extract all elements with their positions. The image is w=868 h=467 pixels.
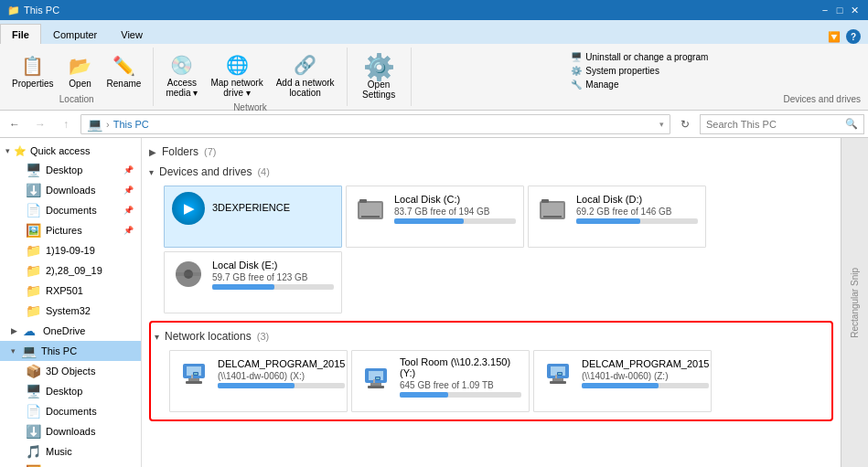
main-layout: ▾ ⭐ Quick access 🖥️ Desktop 📌 ⬇️ Downloa…	[0, 138, 868, 467]
rename-icon: ✏️	[111, 53, 136, 79]
network-count: (3)	[257, 331, 269, 342]
drive-c[interactable]: Local Disk (C:) 83.7 GB free of 194 GB	[346, 186, 524, 248]
help-icon[interactable]: ?	[846, 29, 861, 44]
tab-computer[interactable]: Computer	[41, 24, 109, 44]
svg-rect-21	[368, 386, 384, 388]
system32-label: System32	[46, 305, 134, 316]
network-item-x[interactable]: DELCAM_PROGRAM_2015 (\\1401-dw-0060) (X:…	[169, 350, 348, 412]
net-z-name: DELCAM_PROGRAM_2015	[582, 358, 709, 369]
address-path[interactable]: 💻 › This PC ▾	[80, 114, 670, 134]
this-pc-label: This PC	[41, 345, 134, 356]
desktop2-label: Desktop	[46, 386, 134, 397]
properties-button[interactable]: 📋 Properties	[7, 50, 59, 91]
path-dropdown-arrow[interactable]: ▾	[659, 120, 664, 129]
network-item-z[interactable]: DELCAM_PROGRAM_2015 (\\1401-dw-0060) (Z:…	[533, 350, 712, 412]
downloads-label: Downloads	[46, 185, 118, 196]
ribbon-group-network: 💿 Accessmedia ▾ 🌐 Map networkdrive ▾ 🔗 A…	[154, 48, 347, 106]
minimize-button[interactable]: −	[819, 4, 831, 16]
this-pc-arrow: ▾	[11, 346, 16, 356]
sidebar-item-documents2[interactable]: 📄 Documents	[18, 401, 141, 421]
devices-section-header[interactable]: ▾ Devices and drives (4)	[149, 162, 833, 182]
network-item-y[interactable]: Tool Room (\\10.2.3.150) (Y:) 645 GB fre…	[351, 350, 530, 412]
ribbon-group-location: 📋 Properties 📂 Open ✏️ Rename Location	[0, 48, 154, 106]
svg-rect-15	[191, 375, 193, 378]
devices-toggle-icon: ▾	[149, 167, 154, 177]
close-button[interactable]: ✕	[848, 4, 861, 16]
drive-e-name: Local Disk (E:)	[212, 260, 334, 271]
drive-3dx-icon: ▶	[172, 192, 205, 225]
drive-e[interactable]: Local Disk (E:) 59.7 GB free of 123 GB	[164, 251, 342, 313]
up-button[interactable]: ↑	[55, 113, 77, 135]
net-z-bar-fill	[582, 383, 659, 388]
system-buttons: 🖥️ Uninstall or change a program ⚙️ Syst…	[567, 49, 712, 92]
drive-e-bar-bg	[212, 284, 334, 290]
path-separator: ›	[106, 119, 110, 130]
search-box[interactable]: 🔍	[700, 114, 864, 134]
minimize-ribbon-icon[interactable]: 🔽	[828, 31, 841, 43]
sidebar-item-3d-objects[interactable]: 📦 3D Objects	[18, 361, 141, 381]
sidebar-item-onedrive[interactable]: ▶ ☁ OneDrive	[0, 321, 141, 341]
drive-3dx-name: 3DEXPERIENCE	[212, 202, 334, 213]
sidebar: ▾ ⭐ Quick access 🖥️ Desktop 📌 ⬇️ Downloa…	[0, 138, 142, 467]
sidebar-quick-access: ▾ ⭐ Quick access 🖥️ Desktop 📌 ⬇️ Downloa…	[0, 142, 141, 321]
add-network-button[interactable]: 🔗 Add a networklocation	[272, 49, 339, 101]
sidebar-item-documents[interactable]: 📄 Documents 📌	[18, 200, 141, 220]
folder2-icon: 📁	[26, 263, 40, 278]
folders-section-header[interactable]: ▶ Folders (7)	[149, 142, 833, 162]
sidebar-item-folder1[interactable]: 📁 1)19-09-19	[18, 240, 141, 260]
svg-rect-2	[361, 216, 380, 218]
sidebar-item-downloads2[interactable]: ⬇️ Downloads	[18, 421, 141, 441]
3d-objects-icon: 📦	[26, 364, 40, 378]
quick-access-header[interactable]: ▾ ⭐ Quick access	[0, 142, 141, 160]
sidebar-item-music[interactable]: 🎵 Music	[18, 441, 141, 462]
sidebar-item-pictures[interactable]: 🖼️ Pictures 📌	[18, 220, 141, 240]
tab-view[interactable]: View	[109, 24, 155, 44]
forward-button[interactable]: →	[29, 113, 51, 135]
map-network-button[interactable]: 🌐 Map networkdrive ▾	[206, 49, 267, 101]
net-y-name: Tool Room (\\10.2.3.150) (Y:)	[400, 356, 521, 378]
net-z-info: DELCAM_PROGRAM_2015 (\\1401-dw-0060) (Z:…	[582, 358, 709, 388]
path-this-pc[interactable]: This PC	[113, 119, 149, 130]
uninstall-button[interactable]: 🖥️ Uninstall or change a program	[567, 51, 712, 63]
sidebar-item-downloads[interactable]: ⬇️ Downloads 📌	[18, 180, 141, 200]
net-x-bar-bg	[218, 383, 345, 388]
access-media-button[interactable]: 💿 Accessmedia ▾	[161, 49, 202, 101]
music-icon: 🎵	[26, 444, 40, 459]
ribbon-group-settings: ⚙️ OpenSettings	[348, 48, 412, 106]
refresh-button[interactable]: ↻	[674, 113, 696, 135]
drive-d-top: Local Disk (D:) 69.2 GB free of 146 GB	[536, 192, 698, 225]
ribbon: File Computer View 🔽 ? 📋 Properties 📂 Op…	[0, 20, 868, 111]
rename-button[interactable]: ✏️ Rename	[102, 50, 146, 91]
open-button[interactable]: 📂 Open	[62, 50, 99, 91]
sidebar-item-folder2[interactable]: 📁 2),28_09_19	[18, 260, 141, 281]
sidebar-item-desktop2[interactable]: 🖥️ Desktop	[18, 381, 141, 401]
sidebar-item-rxp501[interactable]: 📁 RXP501	[18, 281, 141, 301]
net-z-subtitle: (\\1401-dw-0060) (Z:)	[582, 371, 709, 381]
system-btns-list: 🖥️ Uninstall or change a program ⚙️ Syst…	[567, 51, 712, 90]
net-y-info: Tool Room (\\10.2.3.150) (Y:) 645 GB fre…	[400, 356, 521, 398]
drive-d-bar-fill	[576, 218, 640, 224]
sidebar-item-desktop[interactable]: 🖥️ Desktop 📌	[18, 160, 141, 180]
ribbon-content: 📋 Properties 📂 Open ✏️ Rename Location 💿	[0, 44, 868, 110]
drive-d[interactable]: Local Disk (D:) 69.2 GB free of 146 GB	[528, 186, 706, 248]
network-section-header[interactable]: ▾ Network locations (3)	[155, 326, 828, 346]
sidebar-item-system32[interactable]: 📁 System32	[18, 301, 141, 321]
search-input[interactable]	[706, 119, 841, 130]
net-z-top: DELCAM_PROGRAM_2015 (\\1401-dw-0060) (Z:…	[541, 356, 703, 389]
system-properties-button[interactable]: ⚙️ System properties	[567, 65, 712, 77]
svg-rect-5	[541, 203, 563, 218]
back-button[interactable]: ←	[4, 113, 26, 135]
window-title: This PC	[24, 5, 59, 16]
net-x-bar-fill	[218, 383, 295, 388]
tab-file[interactable]: File	[0, 24, 41, 44]
desktop-icon: 🖥️	[26, 163, 40, 177]
drive-3dx[interactable]: ▶ 3DEXPERIENCE	[164, 186, 342, 248]
manage-button[interactable]: 🔧 Manage	[567, 79, 712, 90]
open-settings-button[interactable]: ⚙️ OpenSettings	[358, 51, 400, 102]
maximize-button[interactable]: □	[833, 4, 846, 16]
desktop-label: Desktop	[46, 165, 118, 175]
sidebar-item-pictures2[interactable]: 🖼️ Pictures	[18, 462, 141, 467]
sidebar-item-this-pc[interactable]: ▾ 💻 This PC	[0, 341, 141, 361]
downloads-pin: 📌	[123, 186, 134, 195]
pictures-label: Pictures	[46, 225, 118, 236]
